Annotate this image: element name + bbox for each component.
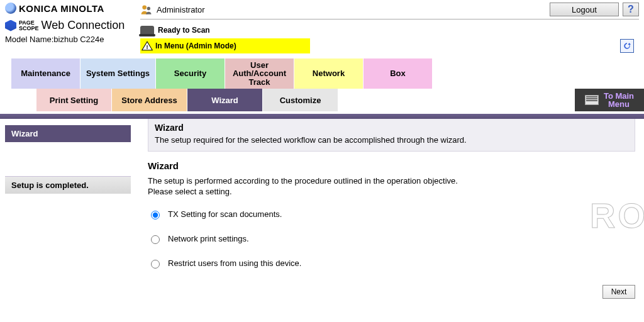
wizard-radio[interactable] [151, 235, 160, 244]
subtab-wizard[interactable]: Wizard [187, 89, 263, 111]
tab-box[interactable]: Box [364, 58, 433, 89]
refresh-button[interactable] [620, 39, 634, 53]
scanner-icon [140, 26, 154, 35]
section-desc: The setup is performed according to the … [148, 176, 635, 197]
panel-title: Wizard [155, 123, 628, 133]
wizard-radio[interactable] [151, 260, 160, 269]
pagescope-small-bottom: SCOPE [19, 26, 39, 31]
subtab-print-setting[interactable]: Print Setting [36, 89, 112, 111]
tab-system-settings[interactable]: System Settings [80, 58, 156, 89]
subtab-customize[interactable]: Customize [263, 89, 338, 111]
wizard-option[interactable]: Restrict users from using this device. [148, 258, 635, 269]
svg-point-0 [142, 6, 147, 10]
to-main-menu-label: To Main Menu [604, 92, 634, 108]
wizard-option-label: Network print settings. [168, 234, 249, 243]
next-button[interactable]: Next [602, 285, 635, 299]
section-title: Wizard [148, 160, 635, 171]
wizard-option-label: TX Setting for scan documents. [168, 209, 282, 219]
subtab-store-address[interactable]: Store Address [112, 89, 187, 111]
model-name: bizhub C224e [53, 35, 104, 44]
wizard-radio[interactable] [151, 211, 160, 219]
globe-icon [5, 3, 16, 14]
help-button[interactable]: ? [623, 3, 639, 16]
divider [0, 114, 644, 119]
admin-label: Administrator [157, 5, 205, 14]
wizard-option[interactable]: Network print settings. [148, 233, 635, 244]
warning-icon: ! [142, 41, 153, 51]
wizard-option[interactable]: TX Setting for scan documents. [148, 209, 635, 219]
tab-user-auth-account-track[interactable]: User Auth/Account Track [225, 58, 294, 89]
ready-status: Ready to Scan [158, 26, 210, 35]
panel-subtitle: The setup required for the selected work… [155, 135, 628, 145]
brand-name: KONICA MINOLTA [19, 3, 104, 14]
model-label: Model Name: [5, 35, 53, 44]
user-icon [140, 4, 153, 15]
panel-header: Wizard The setup required for the select… [148, 119, 635, 152]
sidebar-status: Setup is completed. [5, 176, 131, 194]
menu-mode-text: In Menu (Admin Mode) [155, 42, 236, 50]
svg-point-1 [147, 7, 150, 10]
logout-button[interactable]: Logout [550, 3, 619, 16]
svg-text:!: ! [147, 44, 148, 50]
pagescope-icon [5, 20, 16, 31]
to-main-menu-button[interactable]: To Main Menu [575, 89, 644, 111]
tab-network[interactable]: Network [294, 58, 364, 89]
menu-mode-banner: ! In Menu (Admin Mode) [140, 38, 310, 53]
main-menu-icon [585, 95, 599, 105]
tab-maintenance[interactable]: Maintenance [11, 58, 80, 89]
wizard-option-label: Restrict users from using this device. [168, 258, 301, 268]
tab-security[interactable]: Security [156, 58, 225, 89]
pagescope-webconnection: Web Connection [42, 19, 125, 32]
sidebar-title[interactable]: Wizard [5, 125, 131, 142]
